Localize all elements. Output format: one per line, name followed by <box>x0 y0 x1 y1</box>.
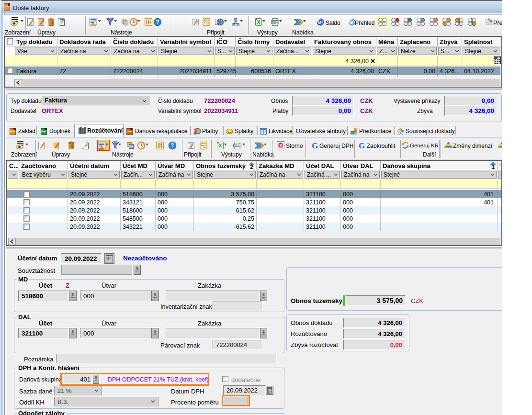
svg-text:G: G <box>359 141 365 149</box>
svg-text:?: ? <box>156 19 159 25</box>
svg-text:2: 2 <box>250 164 253 169</box>
svg-text:X: X <box>219 143 222 148</box>
svg-text:X: X <box>257 20 260 25</box>
svg-text:G: G <box>312 141 318 149</box>
svg-text:S: S <box>279 143 282 148</box>
svg-text:1: 1 <box>491 163 495 169</box>
svg-text:?: ? <box>170 142 174 149</box>
